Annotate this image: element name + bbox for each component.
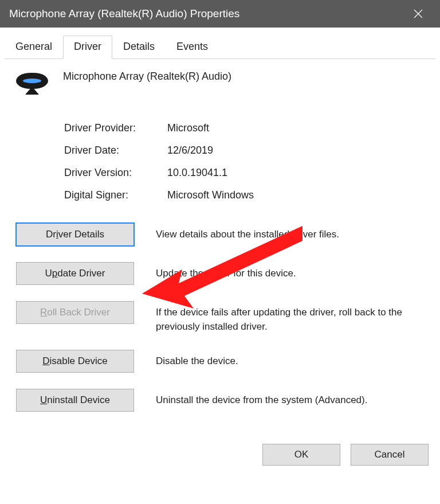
driver-details-button[interactable]: Driver Details — [16, 223, 134, 246]
driver-details-desc: View details about the installed driver … — [156, 223, 424, 242]
roll-back-driver-button[interactable]: Roll Back Driver — [16, 301, 134, 324]
driver-provider-label: Driver Provider: — [64, 122, 167, 134]
cancel-button[interactable]: Cancel — [351, 444, 429, 466]
digital-signer-value: Microsoft Windows — [167, 189, 424, 201]
tab-general[interactable]: General — [5, 36, 63, 59]
driver-date-value: 12/6/2019 — [167, 144, 424, 157]
driver-info-grid: Driver Provider: Microsoft Driver Date: … — [64, 122, 424, 201]
device-header: Microphone Array (Realtek(R) Audio) — [16, 71, 424, 97]
disable-device-desc: Disable the device. — [156, 350, 424, 369]
tab-events[interactable]: Events — [166, 36, 219, 59]
tab-body-driver: Microphone Array (Realtek(R) Audio) Driv… — [0, 59, 440, 438]
driver-version-value: 10.0.19041.1 — [167, 167, 424, 179]
titlebar: Microphone Array (Realtek(R) Audio) Prop… — [0, 0, 440, 28]
driver-version-label: Driver Version: — [64, 167, 167, 179]
window-title: Microphone Array (Realtek(R) Audio) Prop… — [9, 7, 239, 20]
update-driver-desc: Update the driver for this device. — [156, 262, 424, 281]
uninstall-device-button[interactable]: Uninstall Device — [16, 389, 134, 412]
tab-strip: General Driver Details Events — [0, 28, 440, 59]
digital-signer-label: Digital Signer: — [64, 189, 167, 201]
update-driver-button[interactable]: Update Driver — [16, 262, 134, 285]
disable-device-button[interactable]: Disable Device — [16, 350, 134, 373]
ok-button[interactable]: OK — [262, 444, 340, 466]
roll-back-driver-desc: If the device fails after updating the d… — [156, 301, 424, 334]
dialog-footer: OK Cancel — [0, 438, 440, 466]
driver-provider-value: Microsoft — [167, 122, 424, 134]
device-name: Microphone Array (Realtek(R) Audio) — [63, 71, 231, 83]
tab-driver[interactable]: Driver — [63, 36, 112, 59]
uninstall-device-desc: Uninstall the device from the system (Ad… — [156, 389, 424, 408]
driver-date-label: Driver Date: — [64, 144, 167, 157]
close-icon[interactable] — [406, 1, 431, 26]
microphone-device-icon — [16, 73, 48, 97]
tab-details[interactable]: Details — [112, 36, 166, 59]
